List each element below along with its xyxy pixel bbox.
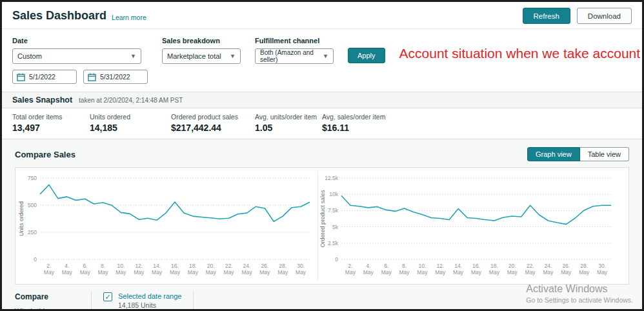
svg-text:2.5k: 2.5k [328, 240, 339, 246]
start-date-input[interactable]: 5/1/2022 [12, 70, 77, 84]
svg-text:May: May [363, 269, 374, 276]
metric-label: Avg. units/order item [255, 113, 322, 121]
svg-text:6.: 6. [83, 263, 87, 269]
metric-ordered-product-sales: Ordered product sales $217,442.44 [171, 113, 255, 133]
chevron-down-icon: ▼ [323, 53, 328, 59]
metric-avg-sales-order-item: Avg. sales/order item $16.11 [322, 113, 385, 133]
svg-text:May: May [152, 269, 163, 276]
apply-button[interactable]: Apply [348, 48, 385, 63]
svg-text:May: May [453, 269, 464, 276]
table-view-button[interactable]: Table view [580, 147, 629, 161]
whats-this-link[interactable]: What's this [15, 307, 91, 311]
metric-label: Units ordered [90, 113, 171, 121]
channel-value: Both (Amazon and seller) [260, 49, 316, 63]
date-range-value: Custom [17, 52, 42, 60]
svg-text:30.: 30. [598, 263, 606, 269]
svg-text:18.: 18. [189, 263, 197, 269]
svg-text:May: May [62, 269, 73, 276]
svg-text:14.: 14. [454, 263, 462, 269]
metric-avg-units-order-item: Avg. units/order item 1.05 [255, 113, 322, 133]
calendar-icon [17, 73, 25, 81]
metric-value: $217,442.44 [171, 123, 255, 133]
svg-text:0: 0 [335, 256, 338, 263]
svg-text:May: May [507, 269, 518, 276]
download-button[interactable]: Download [577, 8, 632, 24]
calendar-icon [88, 73, 96, 81]
svg-text:May: May [116, 269, 126, 276]
svg-text:May: May [417, 269, 428, 276]
sales-dashboard-window: Sales Dashboard Learn more Refresh Downl… [0, 0, 644, 311]
ordered-product-sales-chart: 02.5k5k7.5k10k12.5k2.May4.May6.May8.May1… [317, 172, 618, 280]
sales-snapshot-header: Sales Snapshot taken at 2/20/2024, 2:14:… [2, 92, 642, 108]
svg-text:Ordered product sales: Ordered product sales [319, 190, 326, 248]
svg-text:26.: 26. [261, 263, 268, 269]
sales-snapshot-title: Sales Snapshot [12, 95, 72, 105]
breakdown-value: Marketplace total [167, 52, 221, 60]
date-inputs-row: 5/1/2022 5/31/2022 [12, 70, 148, 84]
metric-label: Avg. sales/order item [322, 113, 385, 121]
selected-date-range-legend: ✓ Selected date range 14,185 Units $217,… [91, 291, 194, 311]
view-toggle: Graph view Table view [527, 147, 629, 161]
refresh-button[interactable]: Refresh [523, 8, 570, 24]
metric-value: $16.11 [322, 123, 385, 133]
graph-view-button[interactable]: Graph view [527, 147, 580, 161]
compare-footer-left: Compare What's this [15, 291, 91, 311]
svg-text:12.5k: 12.5k [325, 175, 339, 181]
learn-more-link[interactable]: Learn more [112, 14, 146, 21]
chevron-down-icon: ▼ [230, 53, 236, 59]
svg-text:May: May [399, 269, 410, 276]
charts-panel: 02505007502.May4.May6.May8.May10.May12.M… [15, 167, 629, 285]
svg-text:May: May [206, 269, 217, 276]
svg-text:May: May [543, 269, 554, 276]
annotation-text: Account situation when we take account [399, 46, 641, 61]
channel-filter-label: Fulfillment channel [255, 37, 334, 45]
metric-value: 14,185 [90, 123, 171, 133]
compare-sales-title: Compare Sales [15, 150, 75, 159]
svg-text:May: May [224, 269, 235, 276]
svg-text:May: May [241, 269, 252, 276]
svg-text:4.: 4. [65, 263, 69, 269]
date-range-select[interactable]: Custom ▼ [12, 48, 141, 64]
filters-bar: Date Custom ▼ 5/1/2022 [2, 29, 642, 92]
end-date-value: 5/31/2022 [100, 73, 130, 81]
svg-text:May: May [134, 269, 145, 276]
sales-snapshot-timestamp: taken at 2/20/2024, 2:14:48 AM PST [79, 97, 183, 104]
svg-text:28.: 28. [580, 263, 588, 269]
svg-text:May: May [259, 269, 270, 276]
svg-text:10.: 10. [418, 263, 426, 269]
svg-text:May: May [579, 269, 590, 276]
svg-text:2.: 2. [46, 263, 51, 269]
svg-text:24.: 24. [545, 263, 552, 269]
watermark-line2: Go to Settings to activate Windows. [526, 296, 633, 304]
svg-text:10k: 10k [329, 191, 338, 197]
metrics-row: Total order items 13,497 Units ordered 1… [2, 108, 642, 139]
compare-footer-title: Compare [15, 292, 91, 301]
header-actions: Refresh Download [523, 8, 632, 24]
channel-select[interactable]: Both (Amazon and seller) ▼ [255, 48, 334, 64]
breakdown-filter-group: Sales breakdown Marketplace total ▼ [162, 37, 241, 64]
svg-text:May: May [188, 269, 199, 276]
end-date-input[interactable]: 5/31/2022 [83, 70, 148, 84]
channel-filter-group: Fulfillment channel Both (Amazon and sel… [255, 37, 334, 64]
selected-range-checkbox[interactable]: ✓ [103, 292, 112, 301]
svg-text:0: 0 [34, 256, 37, 263]
svg-text:6.: 6. [384, 263, 388, 269]
svg-text:May: May [597, 269, 608, 276]
svg-text:30.: 30. [297, 263, 305, 269]
svg-text:12.: 12. [436, 263, 444, 269]
svg-text:18.: 18. [490, 263, 498, 269]
svg-text:May: May [170, 269, 181, 276]
svg-text:May: May [80, 269, 91, 276]
start-date-value: 5/1/2022 [29, 73, 55, 81]
breakdown-select[interactable]: Marketplace total ▼ [162, 48, 241, 64]
date-filter-label: Date [12, 37, 148, 45]
svg-text:May: May [277, 269, 288, 276]
page-title: Sales Dashboard [12, 9, 106, 23]
svg-text:May: May [97, 269, 108, 276]
svg-text:May: May [471, 269, 482, 276]
metric-label: Ordered product sales [171, 113, 255, 121]
svg-text:22.: 22. [527, 263, 534, 269]
svg-text:May: May [435, 269, 446, 276]
chevron-down-icon: ▼ [130, 53, 136, 59]
svg-text:4.: 4. [366, 263, 370, 269]
